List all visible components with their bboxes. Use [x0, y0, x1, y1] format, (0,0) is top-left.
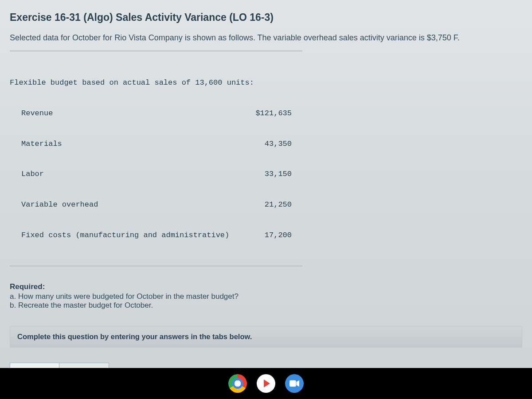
line-value: 21,250 [239, 200, 292, 210]
line-label: Labor [10, 169, 239, 180]
required-heading: Required: [10, 282, 522, 291]
line-value: $121,635 [239, 109, 292, 119]
facetime-icon[interactable] [285, 374, 304, 393]
line-value: 33,150 [239, 169, 292, 180]
line-value: 17,200 [239, 231, 292, 241]
taskbar [0, 368, 532, 399]
line-value: 43,350 [239, 139, 292, 149]
chrome-icon[interactable] [228, 374, 247, 393]
separator [10, 266, 302, 266]
flexible-budget-block: Flexible budget based on actual sales of… [10, 58, 522, 261]
line-label: Revenue [10, 109, 239, 119]
instruction-banner: Complete this question by entering your … [10, 326, 522, 348]
separator [10, 51, 302, 51]
required-a: a. How many units were budgeted for Octo… [10, 292, 522, 301]
exercise-title: Exercise 16-31 (Algo) Sales Activity Var… [10, 12, 522, 23]
intro-text: Selected data for October for Rio Vista … [10, 33, 522, 43]
svg-rect-0 [289, 380, 296, 387]
line-label: Fixed costs (manufacturing and administr… [10, 231, 239, 241]
play-store-icon[interactable] [257, 374, 275, 393]
line-label: Materials [10, 139, 239, 149]
budget-header: Flexible budget based on actual sales of… [10, 78, 522, 88]
instruction-text: Complete this question by entering your … [17, 332, 252, 340]
required-b: b. Recreate the master budget for Octobe… [10, 301, 522, 310]
line-label: Variable overhead [10, 200, 239, 210]
